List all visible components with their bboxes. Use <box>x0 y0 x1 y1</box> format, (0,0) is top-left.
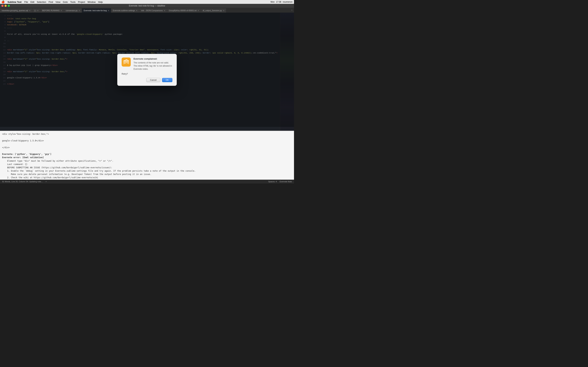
cancel-button[interactable]: Cancel <box>146 78 160 82</box>
error-dialog: Evernote complained: The contents of the… <box>117 54 177 86</box>
console-area: <div style="box-sizing: border-box;"> go… <box>0 131 294 180</box>
maximize-button[interactable] <box>8 5 10 7</box>
menubar-left: 🍎 Sublime Text File Edit Selection Find … <box>1 0 103 3</box>
menu-help[interactable]: Help <box>98 1 103 3</box>
window-title: Evernote: test-note-for-bug — dataflow <box>129 5 165 7</box>
window-buttons <box>1 5 10 7</box>
tab-tvlk[interactable]: tvlk - JSON Comparisons ✕ <box>139 8 167 13</box>
menu-edit[interactable]: Edit <box>30 1 34 3</box>
tab-label: GroupByKey-00000-of-00001.txt <box>169 9 197 12</box>
tab-close-icon[interactable]: ✕ <box>78 10 80 12</box>
statusbar-word-count: 91 Words, Line 20, Column 34; Updating n… <box>2 181 43 183</box>
close-button[interactable] <box>1 5 3 7</box>
ok-button[interactable]: OK <box>162 78 172 82</box>
apple-logo[interactable]: 🍎 <box>1 0 5 3</box>
dialog-body: The contents of the note are not valid.T… <box>134 61 172 71</box>
menu-selection[interactable]: Selection <box>37 1 46 3</box>
menubar-menus: File Edit Selection Find View Goto Tools… <box>24 1 103 3</box>
editor-area: 12345 678910 1112131415 1617181920 21222… <box>0 13 294 131</box>
sublime-text-icon <box>122 58 131 67</box>
menubar-app-name[interactable]: Sublime Text <box>8 1 22 3</box>
tab-df-output[interactable]: df_output_2session.py ✕ <box>201 8 226 13</box>
menu-goto[interactable]: Goto <box>63 1 68 3</box>
dialog-overlay: Evernote complained: The contents of the… <box>0 13 294 127</box>
dialog-buttons: Cancel OK <box>122 78 172 82</box>
tab-before-running[interactable]: BEFORE RUNNING ✕ <box>40 8 64 13</box>
menu-user: noumenon <box>283 1 293 3</box>
menu-clock-day: Mon <box>270 1 275 3</box>
tab-close-icon[interactable]: ✕ <box>108 10 109 12</box>
menu-tools[interactable]: Tools <box>70 1 75 3</box>
tab-label: conversion.py <box>66 9 78 12</box>
menu-file[interactable]: File <box>24 1 28 3</box>
tab-evernote-settings[interactable]: Evernote.sublime-settings ✕ <box>111 8 139 13</box>
menubar-right: Mon 17:38 noumenon <box>270 1 293 3</box>
statusbar-right: Spaces: 4 Evernote Note <box>268 181 292 183</box>
tab-close-icon[interactable]: ✕ <box>198 10 199 12</box>
minimize-button[interactable] <box>5 5 7 7</box>
tab-braces[interactable]: { } ✕ <box>32 8 40 13</box>
tab-traveloka[interactable]: traveloka-grouping_queries.sql ✕ <box>0 8 32 13</box>
tab-label: BEFORE RUNNING <box>42 9 60 12</box>
tab-close-icon[interactable]: ✕ <box>29 10 30 12</box>
dialog-retry-label: Retry? <box>122 73 172 75</box>
tab-close-icon[interactable]: ✕ <box>136 10 137 12</box>
statusbar-mode: Evernote Note <box>280 181 292 183</box>
tab-groupbykey[interactable]: GroupByKey-00000-of-00001.txt ✕ <box>167 8 201 13</box>
dialog-header: Evernote complained: The contents of the… <box>122 58 172 71</box>
menu-clock-time: 17:38 <box>276 1 281 3</box>
tab-label: { } <box>34 9 36 12</box>
tab-evernote-note[interactable]: Evernote: test-note-for-bug ✕ <box>82 8 111 13</box>
tab-close-icon[interactable]: ✕ <box>164 10 165 12</box>
menu-find[interactable]: Find <box>49 1 53 3</box>
menu-project[interactable]: Project <box>78 1 85 3</box>
statusbar: 91 Words, Line 20, Column 34; Updating n… <box>0 180 294 184</box>
statusbar-indicator: = <box>45 181 47 183</box>
menubar: 🍎 Sublime Text File Edit Selection Find … <box>0 0 294 4</box>
titlebar: Evernote: test-note-for-bug — dataflow <box>0 4 294 8</box>
statusbar-spaces: Spaces: 4 <box>268 181 277 183</box>
tab-label: Evernote: test-note-for-bug <box>84 9 107 12</box>
tab-label: traveloka-grouping_queries.sql <box>2 9 28 12</box>
tab-close-icon[interactable]: ✕ <box>61 10 62 12</box>
statusbar-left: 91 Words, Line 20, Column 34; Updating n… <box>2 181 47 183</box>
svg-rect-0 <box>122 58 131 67</box>
menu-window[interactable]: Window <box>87 1 95 3</box>
tab-conversion[interactable]: conversion.py ✕ <box>64 8 82 13</box>
menu-view[interactable]: View <box>55 1 60 3</box>
tab-label: df_output_2session.py <box>203 9 222 12</box>
tabbar: traveloka-grouping_queries.sql ✕ { } ✕ B… <box>0 8 294 13</box>
tab-label: tvlk - JSON Comparisons <box>141 9 163 12</box>
main-window: 🍎 Sublime Text File Edit Selection Find … <box>0 0 294 184</box>
dialog-text-content: Evernote complained: The contents of the… <box>134 58 172 71</box>
tab-close-icon[interactable]: ✕ <box>223 10 224 12</box>
console-output: <div style="box-sizing: border-box;"> go… <box>2 133 292 180</box>
dialog-title: Evernote complained: <box>134 58 172 60</box>
tab-close-icon[interactable]: ✕ <box>37 10 38 12</box>
tab-more-icon[interactable]: › <box>290 9 294 12</box>
tab-label: Evernote.sublime-settings <box>113 9 135 12</box>
